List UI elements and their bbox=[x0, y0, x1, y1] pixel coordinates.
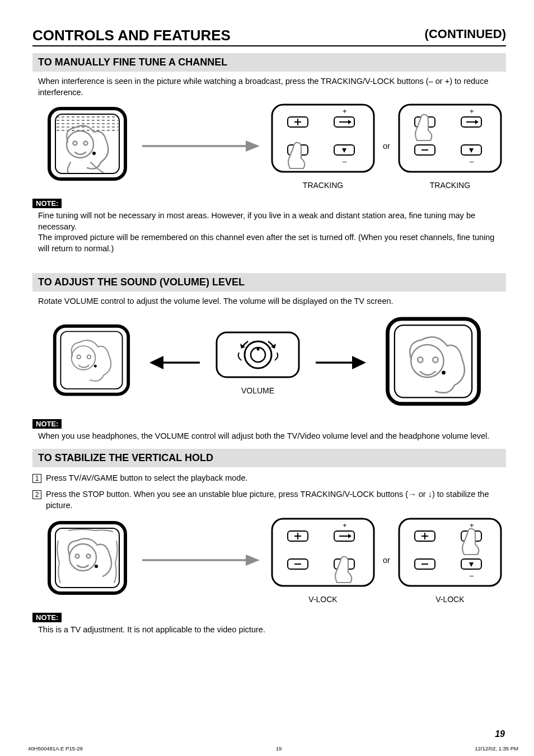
step-num-1: 1 bbox=[32, 474, 41, 483]
or-label-2: or bbox=[383, 556, 390, 565]
svg-text:–: – bbox=[470, 157, 474, 166]
arrow-right-icon bbox=[142, 135, 260, 157]
tracking-label-2: TRACKING bbox=[397, 181, 503, 190]
vlock-panel-up: + – V-LOCK bbox=[397, 516, 503, 604]
svg-point-63 bbox=[95, 565, 98, 568]
step-text-2: Press the STOP button. When you see an u… bbox=[46, 489, 506, 511]
tv-unstable-illustration bbox=[43, 518, 132, 602]
svg-point-57 bbox=[442, 371, 446, 375]
svg-point-47 bbox=[257, 348, 260, 350]
tv-large-illustration-right bbox=[381, 315, 486, 410]
step-text-1: Press TV/AV/GAME button to select the pl… bbox=[46, 473, 248, 484]
heading-left: CONTROLS AND FEATURES bbox=[32, 27, 425, 44]
tracking-panel-plus: + – TRACKING bbox=[397, 102, 503, 190]
svg-rect-66 bbox=[272, 519, 374, 586]
illustration-row-volume: VOLUME bbox=[48, 315, 506, 410]
footer-left: 40H500481A.E P15-29 bbox=[28, 745, 83, 752]
arrow-right-icon-3 bbox=[142, 549, 260, 571]
section-volume-intro: Rotate VOLUME control to adjust the volu… bbox=[38, 296, 506, 307]
arrow-left-icon bbox=[149, 351, 200, 374]
vlock-label-2: V-LOCK bbox=[397, 595, 503, 604]
note-badge-2: NOTE: bbox=[32, 419, 62, 429]
illustration-row-vlock: + V-LOCK or bbox=[43, 516, 506, 604]
svg-point-41 bbox=[94, 365, 97, 368]
or-label-1: or bbox=[383, 142, 390, 151]
volume-dial-illustration: VOLUME bbox=[214, 330, 301, 395]
page-number: 19 bbox=[495, 729, 505, 739]
vlock-label-1: V-LOCK bbox=[270, 595, 376, 604]
svg-marker-65 bbox=[246, 555, 260, 566]
section-bar-fine-tune: TO MANUALLY FINE TUNE A CHANNEL bbox=[32, 53, 506, 72]
illustration-row-fine-tune: + – TRACKING or bbox=[43, 102, 506, 190]
note-badge-3: NOTE: bbox=[32, 613, 62, 622]
note-text-2: When you use headphones, the VOLUME cont… bbox=[38, 431, 506, 442]
svg-text:–: – bbox=[470, 571, 474, 580]
svg-rect-13 bbox=[272, 105, 374, 172]
section-bar-volume: TO ADJUST THE SOUND (VOLUME) LEVEL bbox=[32, 273, 506, 292]
svg-marker-51 bbox=[352, 356, 366, 369]
note-badge-1: NOTE: bbox=[32, 199, 62, 208]
tracking-label-1: TRACKING bbox=[270, 181, 376, 190]
footer-right: 12/12/02, 1:35 PM bbox=[475, 745, 518, 752]
svg-text:+: + bbox=[470, 107, 474, 115]
svg-rect-25 bbox=[399, 105, 501, 172]
svg-marker-12 bbox=[246, 140, 260, 152]
step-2: 2 Press the STOP button. When you see an… bbox=[32, 489, 506, 511]
svg-text:+: + bbox=[343, 521, 347, 529]
note-text-1: Fine tuning will not be necessary in mos… bbox=[38, 210, 506, 254]
section-bar-vlock: TO STABILIZE THE VERTICAL HOLD bbox=[32, 449, 506, 467]
footer: 40H500481A.E P15-29 19 12/12/02, 1:35 PM bbox=[0, 745, 534, 753]
tracking-panel-minus: + – TRACKING bbox=[270, 102, 376, 190]
step-1: 1 Press TV/AV/GAME button to select the … bbox=[32, 473, 506, 484]
svg-text:+: + bbox=[343, 107, 347, 115]
vlock-panel-down: + V-LOCK bbox=[270, 516, 376, 604]
arrow-right-icon-2 bbox=[316, 351, 366, 374]
svg-rect-77 bbox=[399, 519, 501, 586]
footer-mid: 19 bbox=[276, 745, 282, 752]
page-root: CONTROLS AND FEATURES (CONTINUED) TO MAN… bbox=[0, 0, 534, 756]
svg-marker-43 bbox=[149, 356, 163, 369]
tv-interference-illustration bbox=[43, 104, 132, 188]
step-num-2: 2 bbox=[32, 490, 41, 499]
section-fine-tune-intro: When interference is seen in the picture… bbox=[38, 76, 506, 98]
note-text-3: This is a TV adjustment. It is not appli… bbox=[38, 624, 506, 636]
volume-label: VOLUME bbox=[214, 386, 301, 395]
page-heading: CONTROLS AND FEATURES (CONTINUED) bbox=[32, 27, 506, 46]
heading-right: (CONTINUED) bbox=[425, 27, 506, 44]
tv-small-illustration-left bbox=[48, 322, 135, 403]
svg-text:–: – bbox=[343, 157, 347, 166]
svg-point-10 bbox=[92, 152, 96, 155]
